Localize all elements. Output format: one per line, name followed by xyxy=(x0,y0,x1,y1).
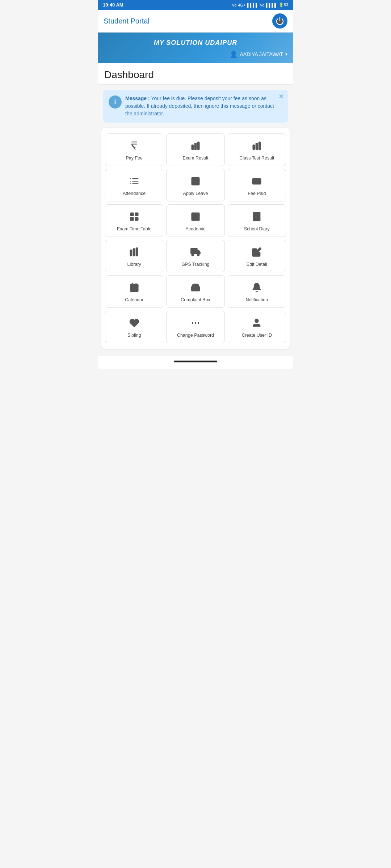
grid-label-exam-result: Exam Result xyxy=(183,155,209,161)
svg-rect-2 xyxy=(195,143,197,150)
close-button[interactable]: ✕ xyxy=(278,93,284,100)
header-banner: MY SOLUTION UDAIPUR 👤 AADIYA JAITAWAT ▾ xyxy=(98,33,293,63)
bottom-bar xyxy=(98,356,293,369)
svg-rect-4 xyxy=(253,145,255,150)
grid-label-library: Library xyxy=(127,261,141,267)
power-icon xyxy=(276,17,284,25)
grid-label-sibling: Sibling xyxy=(127,332,141,338)
svg-rect-22 xyxy=(192,213,199,220)
grid-label-notification: Notification xyxy=(245,297,268,303)
rupee-icon xyxy=(129,141,139,152)
heart-icon xyxy=(129,318,139,329)
message-label: Message : xyxy=(125,95,150,101)
bar-chart-icon xyxy=(190,141,201,152)
grid-label-apply-leave: Apply Leave xyxy=(183,191,208,196)
svg-rect-18 xyxy=(130,213,133,216)
app-title: Student Portal xyxy=(104,17,150,25)
grid-item-sibling[interactable]: Sibling xyxy=(105,311,163,343)
bar-chart-icon xyxy=(252,141,262,152)
person-add-icon xyxy=(252,318,262,329)
grid-item-edit-detail[interactable]: Edit Detail xyxy=(228,240,286,272)
grid-label-attendance: Attendance xyxy=(123,191,146,196)
grid-item-academic[interactable]: Academic xyxy=(166,204,224,237)
grid-item-create-user-id[interactable]: Create User ID xyxy=(228,311,286,343)
info-message-box: i Message : Your fee is due. Please depo… xyxy=(103,90,288,123)
grid-item-library[interactable]: Library xyxy=(105,240,163,272)
grid-label-create-user-id: Create User ID xyxy=(242,332,272,338)
grid-icon xyxy=(129,212,139,223)
svg-rect-24 xyxy=(133,249,135,256)
svg-rect-21 xyxy=(135,217,138,220)
book-icon xyxy=(252,212,262,223)
edit-icon xyxy=(252,247,262,259)
school-name: MY SOLUTION UDAIPUR xyxy=(104,39,287,47)
svg-rect-20 xyxy=(130,217,133,220)
grid-item-notification[interactable]: Notification xyxy=(228,275,286,308)
grid-label-class-test-result: Class Test Result xyxy=(239,155,274,161)
grid-item-exam-result[interactable]: Exam Result xyxy=(166,133,224,166)
home-indicator xyxy=(174,361,217,362)
plus-box-icon xyxy=(190,176,201,188)
svg-rect-19 xyxy=(135,213,138,216)
svg-point-28 xyxy=(197,254,199,256)
grid-label-gps-tracking: GPS Tracking xyxy=(181,261,209,267)
power-button[interactable] xyxy=(272,13,287,29)
calendar-icon xyxy=(129,282,139,294)
svg-rect-5 xyxy=(256,143,258,150)
app-bar: Student Portal xyxy=(98,10,293,33)
grid-label-complaint-box: Complaint Box xyxy=(181,297,210,303)
menu-grid-container: Pay FeeExam ResultClass Test ResultAtten… xyxy=(101,128,290,349)
grid-label-school-diary: School Diary xyxy=(244,226,270,232)
status-icons: Vo 4G+ ▌▌▌▌ Vo ▌▌▌▌ 🔋83 xyxy=(232,3,288,7)
grid-label-academic: Academic xyxy=(186,226,206,232)
grid-item-complaint-box[interactable]: Complaint Box xyxy=(166,275,224,308)
status-time: 10:40 AM xyxy=(103,2,123,8)
signal-bars-1: ▌▌▌▌ xyxy=(247,3,258,7)
grid-item-class-test-result[interactable]: Class Test Result xyxy=(228,133,286,166)
svg-rect-6 xyxy=(259,142,261,149)
svg-point-33 xyxy=(192,322,193,324)
user-name: AADIYA JAITAWAT xyxy=(240,51,283,57)
svg-point-27 xyxy=(192,254,194,256)
grid-item-gps-tracking[interactable]: GPS Tracking xyxy=(166,240,224,272)
avatar-icon: 👤 xyxy=(230,50,237,58)
chevron-down-icon: ▾ xyxy=(285,52,287,57)
signal-bars-2: ▌▌▌▌ xyxy=(266,3,277,7)
svg-rect-1 xyxy=(192,145,193,150)
grid-item-fee-paid[interactable]: Fee Paid xyxy=(228,169,286,201)
network-4g-icon: 4G+ xyxy=(238,3,245,7)
svg-point-35 xyxy=(198,322,199,324)
grid-item-apply-leave[interactable]: Apply Leave xyxy=(166,169,224,201)
bell-icon xyxy=(252,282,262,294)
grid-label-exam-time-table: Exam Time Table xyxy=(117,226,152,232)
grid-label-pay-fee: Pay Fee xyxy=(126,155,143,161)
menu-grid: Pay FeeExam ResultClass Test ResultAtten… xyxy=(105,133,286,343)
volte-icon: Vo xyxy=(232,3,237,7)
svg-rect-3 xyxy=(198,142,199,149)
truck-icon xyxy=(190,247,201,259)
building-icon xyxy=(190,212,201,223)
svg-rect-25 xyxy=(136,248,138,256)
grid-item-exam-time-table[interactable]: Exam Time Table xyxy=(105,204,163,237)
list-icon xyxy=(129,176,139,188)
grid-item-change-password[interactable]: Change Password xyxy=(166,311,224,343)
page-title: Dashboard xyxy=(104,69,287,81)
grid-label-fee-paid: Fee Paid xyxy=(248,191,266,196)
grid-label-edit-detail: Edit Detail xyxy=(247,261,267,267)
user-info[interactable]: 👤 AADIYA JAITAWAT ▾ xyxy=(104,50,287,58)
money-icon xyxy=(252,176,262,188)
grid-item-school-diary[interactable]: School Diary xyxy=(228,204,286,237)
svg-rect-29 xyxy=(130,284,138,292)
dots-icon xyxy=(190,318,201,329)
svg-point-17 xyxy=(256,180,258,182)
grid-item-calendar[interactable]: Calendar xyxy=(105,275,163,308)
svg-point-36 xyxy=(255,319,258,322)
svg-rect-26 xyxy=(191,248,197,254)
inbox-icon xyxy=(190,282,201,294)
svg-rect-23 xyxy=(130,250,132,256)
grid-label-calendar: Calendar xyxy=(125,297,143,303)
grid-item-pay-fee[interactable]: Pay Fee xyxy=(105,133,163,166)
dashboard-section: Dashboard xyxy=(98,63,293,85)
grid-item-attendance[interactable]: Attendance xyxy=(105,169,163,201)
svg-point-34 xyxy=(195,322,197,324)
